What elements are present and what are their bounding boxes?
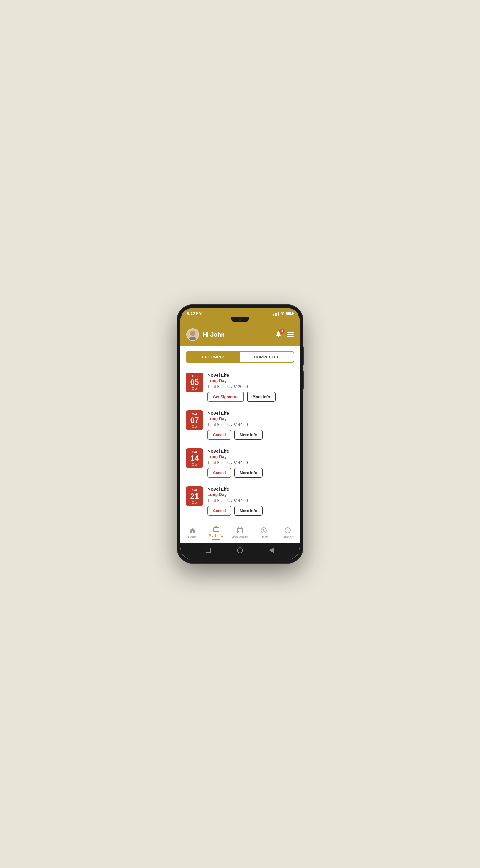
avatar [186, 328, 199, 341]
shift-1-company: Novel Life [207, 373, 294, 378]
svg-point-1 [264, 530, 264, 531]
shift-4-company: Novel Life [207, 487, 294, 492]
shift-3-pay: Total Shift Pay £144.00 [207, 460, 294, 465]
shift-2-info: Novel Life Long Day Total Shift Pay £144… [207, 410, 294, 440]
camera [239, 318, 241, 321]
support-icon [284, 527, 291, 534]
tab-completed[interactable]: COMPLETED [240, 352, 294, 362]
notch [231, 317, 249, 322]
nav-label-clock: Clock [260, 535, 268, 539]
status-bar: 8:10 PM [180, 308, 300, 317]
cancel-button-2[interactable]: Cancel [207, 430, 231, 440]
volume-button [303, 347, 304, 365]
more-info-button-4[interactable]: More Info [234, 506, 263, 516]
battery-icon [286, 312, 293, 315]
recent-apps-button[interactable] [267, 546, 276, 555]
shift-4-day: Sat [188, 488, 201, 492]
menu-button[interactable] [287, 333, 294, 337]
nav-item-home[interactable]: Home [183, 527, 201, 539]
shift-4-info: Novel Life Long Day Total Shift Pay £144… [207, 487, 294, 516]
shift-3-type: Long Day [207, 454, 294, 459]
nav-item-clock[interactable]: Clock [255, 527, 273, 539]
shift-4-pay: Total Shift Pay £144.00 [207, 498, 294, 503]
tabs-container: UPCOMING COMPLETED [180, 346, 300, 366]
more-info-button-1[interactable]: More Info [247, 392, 276, 402]
header-right: 19 [275, 330, 294, 339]
shift-2-actions: Cancel More Info [207, 430, 294, 440]
shift-2-date: 07 [188, 416, 201, 425]
status-time: 8:10 PM [187, 311, 202, 315]
shift-1-month: Oct [188, 387, 201, 390]
shift-3-day: Sat [188, 450, 201, 454]
shift-1-info: Novel Life Long Day Total Shift Pay £120… [207, 373, 294, 402]
shift-2-month: Oct [188, 425, 201, 428]
date-badge-1: Thu 05 Oct [186, 373, 203, 392]
shift-1-actions: Get Signature More Info [207, 392, 294, 402]
shift-3-date: 14 [188, 454, 201, 463]
notification-bell[interactable]: 19 [275, 330, 282, 339]
signal-icon [273, 311, 279, 315]
nav-label-home: Home [188, 535, 197, 539]
shift-2-day: Sat [188, 412, 201, 416]
shift-3-company: Novel Life [207, 448, 294, 454]
shift-3-actions: Cancel More Info [207, 468, 294, 478]
shift-2-pay: Total Shift Pay £144.00 [207, 422, 294, 427]
nav-label-my-shifts: My Shifts [209, 534, 224, 537]
availability-icon [236, 527, 244, 534]
shift-item-2: Sat 07 Oct Novel Life Long Day Total Shi… [180, 406, 300, 444]
power-button [303, 371, 304, 389]
notification-badge: 19 [279, 329, 284, 334]
shift-1-pay: Total Shift Pay £120.00 [207, 384, 294, 389]
tab-upcoming[interactable]: UPCOMING [186, 352, 240, 362]
nav-active-indicator [212, 539, 220, 540]
get-signature-button-1[interactable]: Get Signature [207, 392, 244, 402]
shift-item-1: Thu 05 Oct Novel Life Long Day Total Shi… [180, 368, 300, 406]
nav-item-availability[interactable]: Availability [231, 527, 249, 539]
shift-item-3: Sat 14 Oct Novel Life Long Day Total Shi… [180, 444, 300, 482]
shift-1-day: Thu [188, 374, 201, 378]
cancel-button-3[interactable]: Cancel [207, 468, 231, 478]
more-info-button-3[interactable]: More Info [234, 468, 263, 478]
home-button[interactable] [236, 546, 244, 555]
shift-4-actions: Cancel More Info [207, 506, 294, 516]
more-info-button-2[interactable]: More Info [234, 430, 263, 440]
header-greeting: Hi John [203, 331, 225, 338]
nav-item-my-shifts[interactable]: My Shifts [207, 525, 225, 540]
header: Hi John 19 [180, 324, 300, 346]
notch-area [180, 317, 300, 324]
date-badge-4: Sat 21 Oct [186, 487, 203, 506]
date-badge-3: Sat 14 Oct [186, 448, 203, 468]
shift-item-4: Sat 21 Oct Novel Life Long Day Total Shi… [180, 482, 300, 520]
shift-3-info: Novel Life Long Day Total Shift Pay £144… [207, 448, 294, 478]
cancel-button-4[interactable]: Cancel [207, 506, 231, 516]
shift-4-month: Oct [188, 501, 201, 504]
shift-2-company: Novel Life [207, 410, 294, 415]
back-button[interactable] [204, 546, 213, 555]
nav-label-availability: Availability [232, 535, 248, 539]
phone-frame: 8:10 PM [177, 304, 303, 564]
shift-3-month: Oct [188, 463, 201, 466]
wifi-icon [280, 311, 285, 315]
header-left: Hi John [186, 328, 225, 341]
bottom-nav: Home My Shifts Availability [180, 522, 300, 542]
shift-1-type: Long Day [207, 378, 294, 383]
shift-4-type: Long Day [207, 492, 294, 497]
shift-2-type: Long Day [207, 416, 294, 421]
date-badge-2: Sat 07 Oct [186, 410, 203, 430]
briefcase-icon [213, 525, 220, 532]
home-icon [189, 527, 196, 534]
shifts-list[interactable]: Thu 05 Oct Novel Life Long Day Total Shi… [180, 366, 300, 522]
shift-4-date: 21 [188, 492, 201, 501]
shift-1-date: 05 [188, 378, 201, 387]
clock-icon [260, 527, 267, 534]
nav-item-support[interactable]: Support [279, 527, 297, 539]
nav-label-support: Support [282, 535, 294, 539]
tabs: UPCOMING COMPLETED [186, 351, 294, 363]
phone-screen: 8:10 PM [180, 308, 300, 560]
phone-bottom-bar [180, 542, 300, 560]
main-content: UPCOMING COMPLETED Thu 05 Oct Novel Life… [180, 346, 300, 542]
status-icons [273, 311, 293, 315]
